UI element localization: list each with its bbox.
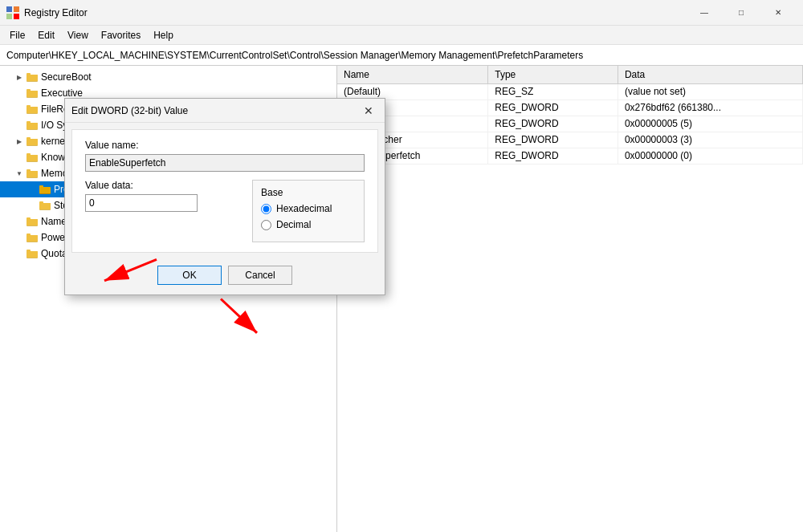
ok-button[interactable]: OK [157, 266, 222, 285]
value-name-label: Value name: [85, 140, 365, 151]
dialog-left-panel: Value data: [85, 180, 243, 220]
value-data-label: Value data: [85, 180, 243, 191]
svg-rect-2 [6, 14, 12, 19]
dialog-footer: OK Cancel [65, 259, 385, 294]
dialog-title: Edit DWORD (32-bit) Value [71, 105, 359, 116]
app-icon [6, 6, 19, 19]
dialog-overlay: Edit DWORD (32-bit) Value ✕ Value name: … [0, 66, 803, 532]
menu-file[interactable]: File [3, 28, 31, 43]
address-path: Computer\HKEY_LOCAL_MACHINE\SYSTEM\Curre… [6, 50, 583, 61]
dialog-body: Value name: Value data: Base Hexadecimal [71, 129, 378, 253]
window-title: Registry Editor [24, 7, 686, 18]
hexadecimal-radio[interactable] [261, 204, 271, 214]
close-button[interactable]: ✕ [760, 0, 797, 26]
value-data-input[interactable] [85, 194, 198, 212]
address-bar: Computer\HKEY_LOCAL_MACHINE\SYSTEM\Curre… [0, 45, 803, 66]
value-name-input[interactable] [85, 154, 365, 172]
dialog-titlebar: Edit DWORD (32-bit) Value ✕ [65, 99, 385, 123]
hexadecimal-option[interactable]: Hexadecimal [261, 203, 356, 214]
menu-favorites[interactable]: Favorites [95, 28, 147, 43]
cancel-button[interactable]: Cancel [228, 266, 292, 285]
menu-help[interactable]: Help [147, 28, 180, 43]
maximize-button[interactable]: □ [723, 0, 760, 26]
menu-edit[interactable]: Edit [31, 28, 61, 43]
menu-bar: File Edit View Favorites Help [0, 26, 803, 45]
window-controls: — □ ✕ [686, 0, 797, 26]
decimal-radio[interactable] [261, 220, 271, 230]
title-bar: Registry Editor — □ ✕ [0, 0, 803, 26]
base-panel: Base Hexadecimal Decimal [252, 180, 365, 242]
base-label: Base [261, 187, 356, 198]
decimal-option[interactable]: Decimal [261, 219, 356, 230]
main-content: SecureBoot Executive [0, 66, 803, 532]
dialog-close-button[interactable]: ✕ [359, 101, 378, 120]
dialog-main-row: Value data: Base Hexadecimal Decimal [85, 180, 365, 242]
hexadecimal-label: Hexadecimal [276, 203, 332, 214]
svg-rect-3 [14, 14, 19, 19]
svg-rect-1 [14, 6, 19, 12]
edit-dword-dialog: Edit DWORD (32-bit) Value ✕ Value name: … [64, 98, 385, 295]
decimal-label: Decimal [276, 219, 311, 230]
minimize-button[interactable]: — [686, 0, 723, 26]
menu-view[interactable]: View [61, 28, 95, 43]
svg-rect-0 [6, 6, 12, 12]
